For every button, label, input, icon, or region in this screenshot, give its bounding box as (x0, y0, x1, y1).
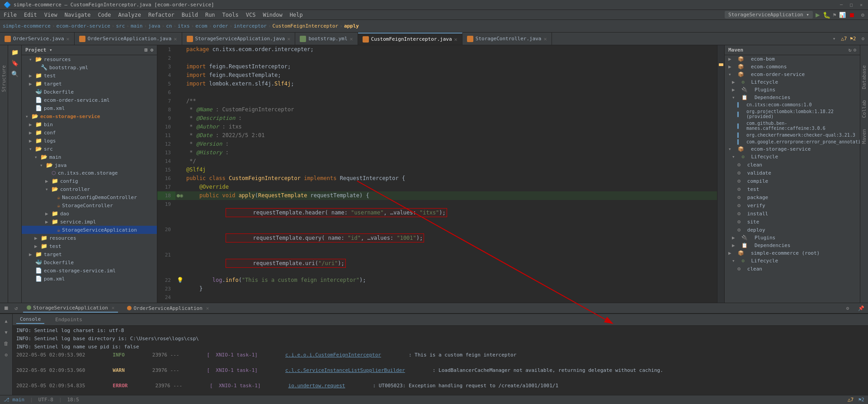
breadcrumb-part[interactable]: order (213, 23, 228, 29)
menu-file[interactable]: File (0, 11, 20, 19)
maven-lifecycle3[interactable]: ▾ ⚙ Lifecycle (725, 257, 860, 265)
run-settings-button[interactable]: ⚙ (846, 305, 849, 311)
breadcrumb-part[interactable]: interceptor (234, 23, 267, 29)
run-button[interactable]: ▶ (816, 10, 820, 19)
log-class[interactable]: c.l.c.ServiceInstanceListSupplierBuilder (285, 367, 405, 374)
menu-vcs[interactable]: VCS (242, 11, 259, 19)
info-count[interactable]: ⚑2 (859, 397, 864, 403)
maven-package[interactable]: ⚙ package (725, 193, 860, 201)
breadcrumb-part[interactable]: ecom-order-service (57, 23, 110, 29)
profile-button[interactable]: 📊 (839, 12, 846, 18)
log-class[interactable]: c.i.e.o.i.CustomFeignInterceptor (285, 352, 381, 359)
maven-ecom-bom[interactable]: ▶ 📦 ecom-bom (725, 55, 860, 63)
tab-custom-feign[interactable]: CustomFeignInterceptor.java ✕ (358, 33, 462, 45)
run-tab-close[interactable]: ✕ (206, 305, 209, 311)
menu-navigate[interactable]: Navigate (61, 11, 94, 19)
maven-plugins2[interactable]: ▶ 🔌 Plugins (725, 234, 860, 242)
maven-ecom-storage-service[interactable]: ▾ 📦 ecom-storage-service (725, 145, 860, 153)
menu-help[interactable]: Help (286, 11, 307, 19)
tree-storage-controller[interactable]: ☕StorageController (22, 201, 157, 209)
console-scroll-down[interactable]: ▼ (1, 327, 11, 337)
tree-iml2[interactable]: 📄ecom-storage-service.iml (22, 266, 157, 275)
tree-storage-app[interactable]: ☕StorageServiceApplication (22, 226, 157, 234)
recent-files-button[interactable]: ▾ (833, 36, 836, 42)
code-editor[interactable]: 1 package cn.itxs.ecom.order.intercepter… (157, 45, 717, 303)
maven-site[interactable]: ⚙ site (725, 218, 860, 226)
maven-deploy[interactable]: ⚙ deploy (725, 226, 860, 234)
menu-refactor[interactable]: Refactor (145, 11, 178, 19)
bookmarks-button[interactable]: 🔖 (10, 58, 20, 68)
menu-build[interactable]: Build (178, 11, 202, 19)
tree-resources[interactable]: ▾📂resources (22, 55, 157, 63)
tab-storage-controller[interactable]: StorageController.java ✕ (462, 33, 552, 45)
console-tab-endpoints[interactable]: Endpoints (52, 316, 86, 323)
log-class[interactable]: io.undertow.request (288, 382, 345, 390)
tree-target2[interactable]: ▶📁target (22, 250, 157, 258)
menu-view[interactable]: View (41, 11, 61, 19)
project-scope-button[interactable]: ⊞ (145, 47, 148, 53)
menu-code[interactable]: Code (94, 11, 115, 19)
maven-ecom-order-service[interactable]: ▾ 📦 ecom-order-service (725, 71, 860, 78)
maven-verify[interactable]: ⚙ verify (725, 201, 860, 209)
tree-main[interactable]: ▾📂main (22, 153, 157, 161)
tree-java[interactable]: ▾📂java (22, 161, 157, 169)
database-label[interactable]: Database (860, 63, 868, 91)
debug-button[interactable]: 🐛 (823, 11, 830, 19)
tab-order-service[interactable]: OrderService.java ✕ (0, 33, 75, 45)
tree-bootstrap-yml[interactable]: 🔧bootstrap.yml (22, 63, 157, 71)
tab-close-icon[interactable]: ✕ (66, 36, 70, 42)
stop-button[interactable]: ⏹ (849, 11, 855, 19)
tab-storage-app[interactable]: StorageServiceApplication.java ✕ (182, 33, 296, 45)
breadcrumb-part[interactable]: src (116, 23, 125, 29)
tab-close-icon[interactable]: ✕ (287, 36, 290, 42)
breadcrumb-part[interactable]: itxs (178, 23, 190, 29)
encoding-status[interactable]: UTF-8 (38, 397, 53, 403)
run-pin-button[interactable]: 📌 (858, 305, 864, 311)
menu-tools[interactable]: Tools (219, 11, 242, 19)
console-scroll-up[interactable]: ▲ (1, 316, 11, 326)
tree-controller[interactable]: ▾📂controller (22, 185, 157, 193)
run-stop-button[interactable]: ⏹ (4, 305, 9, 311)
maven-clean2[interactable]: ⚙ clean (725, 265, 860, 273)
tree-test[interactable]: ▶📁test (22, 71, 157, 80)
maven-side-label[interactable]: Maven (860, 127, 868, 146)
breadcrumb-class[interactable]: CustomFeignInterceptor (273, 23, 339, 29)
tree-dao[interactable]: ▶📁dao (22, 209, 157, 218)
maven-reload-button[interactable]: ↻ (849, 47, 852, 53)
tree-target[interactable]: ▶📁target (22, 80, 157, 88)
close-button[interactable]: ✕ (858, 2, 864, 8)
maven-lifecycle2[interactable]: ▾ ⚙ Lifecycle (725, 153, 860, 161)
maven-validate[interactable]: ⚙ validate (725, 169, 860, 177)
menu-edit[interactable]: Edit (20, 11, 41, 19)
maven-simple-ecommerce[interactable]: ▶ 📦 simple-ecommerce (root) (725, 249, 860, 257)
maven-lifecycle[interactable]: ▶ ⚙ Lifecycle (725, 78, 860, 86)
console-tab-console[interactable]: Console (16, 315, 44, 324)
tree-conf[interactable]: ▶📁conf (22, 128, 157, 137)
run-config-selector[interactable]: StorageServiceApplication ▾ (725, 11, 813, 19)
maven-dependencies[interactable]: ▾ 📋 Dependencies (725, 94, 860, 101)
tree-src[interactable]: ▾📂src (22, 145, 157, 153)
maven-settings-button[interactable]: ⚙ (853, 47, 856, 53)
tab-close-icon[interactable]: ✕ (454, 36, 458, 43)
breadcrumb-part[interactable]: cn (166, 23, 172, 29)
menu-run[interactable]: Run (202, 11, 219, 19)
tab-close-icon[interactable]: ✕ (174, 36, 177, 42)
project-settings-button[interactable]: ⚙ (150, 47, 153, 53)
project-toggle-button[interactable]: 📁 (10, 47, 20, 57)
breadcrumb-part[interactable]: simple-ecommerce (3, 23, 51, 29)
maven-install[interactable]: ⚙ install (725, 209, 860, 218)
breadcrumb-part[interactable]: java (148, 23, 160, 29)
tree-resources2[interactable]: ▶📁resources (22, 234, 157, 242)
tree-pom[interactable]: 📄pom.xml (22, 104, 157, 112)
maven-test[interactable]: ⚙ test (725, 185, 860, 193)
menu-window[interactable]: Window (259, 11, 286, 19)
structure-label[interactable]: Structure (0, 63, 8, 94)
tree-package[interactable]: ⬡cn.itxs.ecom.storage (22, 169, 157, 177)
tree-config[interactable]: ▶📁config (22, 177, 157, 185)
maven-compile[interactable]: ⚙ compile (725, 177, 860, 185)
maven-plugins[interactable]: ▶ 🔌 Plugins (725, 86, 860, 94)
find-button[interactable]: 🔍 (10, 69, 20, 79)
run-tab-close[interactable]: ✕ (112, 305, 115, 311)
warnings-count[interactable]: △7 (848, 397, 854, 403)
tab-close-icon[interactable]: ✕ (350, 36, 353, 42)
